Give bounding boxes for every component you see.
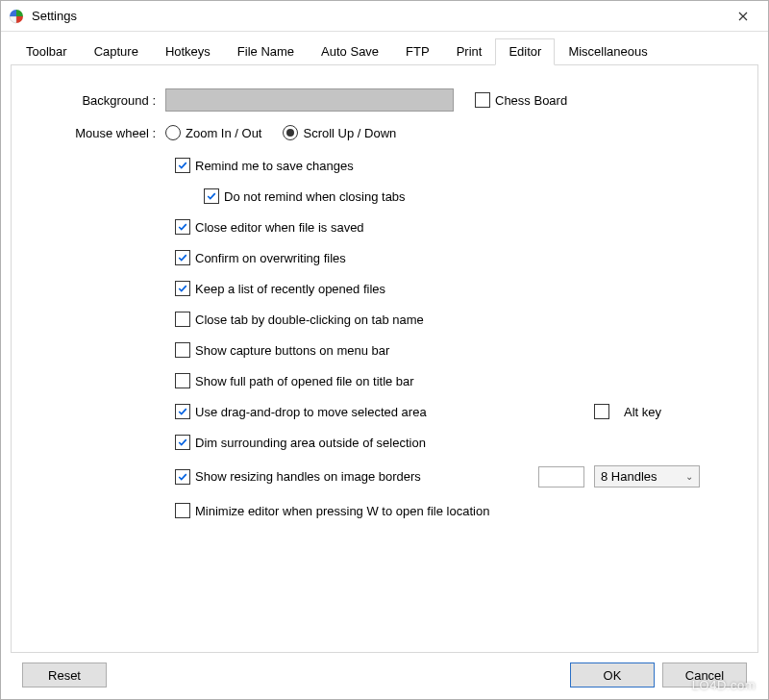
label-dim_surrounding: Dim surrounding area outside of selectio… (195, 436, 426, 450)
option-close_tab_dbl: Close tab by double-clicking on tab name (175, 312, 729, 327)
mouse-wheel-label: Mouse wheel : (40, 126, 165, 140)
label-recent_list: Keep a list of recently opened files (195, 282, 385, 296)
handles-combo[interactable]: 8 Handles⌄ (594, 465, 700, 488)
option-drag_drop_move: Use drag-and-drop to move selected areaA… (175, 404, 729, 419)
label-no_remind_tabs: Do not remind when closing tabs (224, 189, 406, 204)
ok-button[interactable]: OK (570, 662, 655, 688)
checkbox-capture_buttons_menubar[interactable] (175, 342, 190, 358)
label-capture_buttons_menubar: Show capture buttons on menu bar (195, 343, 389, 358)
label-full_path_title: Show full path of opened file on title b… (195, 374, 414, 388)
checkbox-no_remind_tabs[interactable] (204, 188, 219, 204)
option-full_path_title: Show full path of opened file on title b… (175, 373, 729, 388)
tab-capture[interactable]: Capture (81, 38, 152, 65)
checkbox-recent_list[interactable] (175, 281, 190, 296)
mouse-wheel-zoom-radio[interactable] (165, 125, 181, 140)
tab-file-name[interactable]: File Name (224, 38, 308, 65)
titlebar: Settings (1, 1, 768, 32)
label-alt-key: Alt key (624, 405, 661, 419)
close-icon (738, 12, 748, 21)
label-close_on_save: Close editor when file is saved (195, 220, 364, 235)
checkbox-full_path_title[interactable] (175, 373, 190, 388)
reset-button[interactable]: Reset (22, 662, 107, 688)
tab-editor[interactable]: Editor (495, 38, 555, 65)
checkbox-dim_surrounding[interactable] (175, 435, 190, 450)
cancel-button[interactable]: Cancel (662, 662, 747, 688)
background-color-swatch[interactable] (165, 88, 454, 112)
checkbox-alt-key[interactable] (594, 404, 609, 419)
chess-board-label: Chess Board (495, 93, 567, 108)
option-recent_list: Keep a list of recently opened files (175, 281, 729, 296)
mouse-wheel-scroll-label: Scroll Up / Down (303, 126, 396, 140)
option-capture_buttons_menubar: Show capture buttons on menu bar (175, 342, 729, 358)
tab-ftp[interactable]: FTP (392, 38, 443, 65)
checkbox-minimize_w[interactable] (175, 503, 190, 518)
mouse-wheel-zoom-label: Zoom In / Out (186, 126, 261, 140)
tab-miscellaneous[interactable]: Miscellaneous (555, 38, 660, 65)
label-drag_drop_move: Use drag-and-drop to move selected area (195, 405, 427, 419)
label-remind_save: Remind me to save changes (195, 159, 354, 173)
label-resize_handles: Show resizing handles on image borders (195, 469, 421, 484)
option-no_remind_tabs: Do not remind when closing tabs (204, 188, 729, 204)
close-button[interactable] (722, 2, 764, 31)
chevron-down-icon: ⌄ (685, 471, 693, 482)
checkbox-remind_save[interactable] (175, 158, 190, 173)
app-icon (9, 9, 24, 24)
checkbox-drag_drop_move[interactable] (175, 404, 190, 419)
tab-panel-editor: Background : Chess Board Mouse wheel : Z… (11, 64, 758, 653)
tab-hotkeys[interactable]: Hotkeys (152, 38, 224, 65)
tab-auto-save[interactable]: Auto Save (308, 38, 392, 65)
checkbox-close_on_save[interactable] (175, 219, 190, 235)
option-remind_save: Remind me to save changes (175, 158, 729, 173)
dialog-footer: Reset OK Cancel (11, 653, 758, 699)
checkbox-confirm_overwrite[interactable] (175, 250, 190, 265)
background-label: Background : (40, 93, 165, 108)
chess-board-checkbox[interactable] (475, 92, 490, 108)
tab-toolbar[interactable]: Toolbar (12, 38, 81, 65)
checkbox-close_tab_dbl[interactable] (175, 312, 190, 327)
option-resize_handles: Show resizing handles on image borders8 … (175, 465, 729, 488)
window-title: Settings (32, 9, 722, 23)
checkbox-resize_handles[interactable] (175, 469, 190, 485)
option-minimize_w: Minimize editor when pressing W to open … (175, 503, 729, 518)
label-confirm_overwrite: Confirm on overwriting files (195, 251, 346, 265)
option-close_on_save: Close editor when file is saved (175, 219, 729, 235)
option-dim_surrounding: Dim surrounding area outside of selectio… (175, 435, 729, 450)
option-confirm_overwrite: Confirm on overwriting files (175, 250, 729, 265)
tab-print[interactable]: Print (443, 38, 496, 65)
tab-strip: ToolbarCaptureHotkeysFile NameAuto SaveF… (11, 38, 758, 64)
handles-combo-value: 8 Handles (601, 469, 657, 484)
label-minimize_w: Minimize editor when pressing W to open … (195, 504, 489, 518)
handles-number-input[interactable] (538, 466, 584, 488)
label-close_tab_dbl: Close tab by double-clicking on tab name (195, 312, 424, 327)
mouse-wheel-scroll-radio[interactable] (283, 125, 298, 140)
